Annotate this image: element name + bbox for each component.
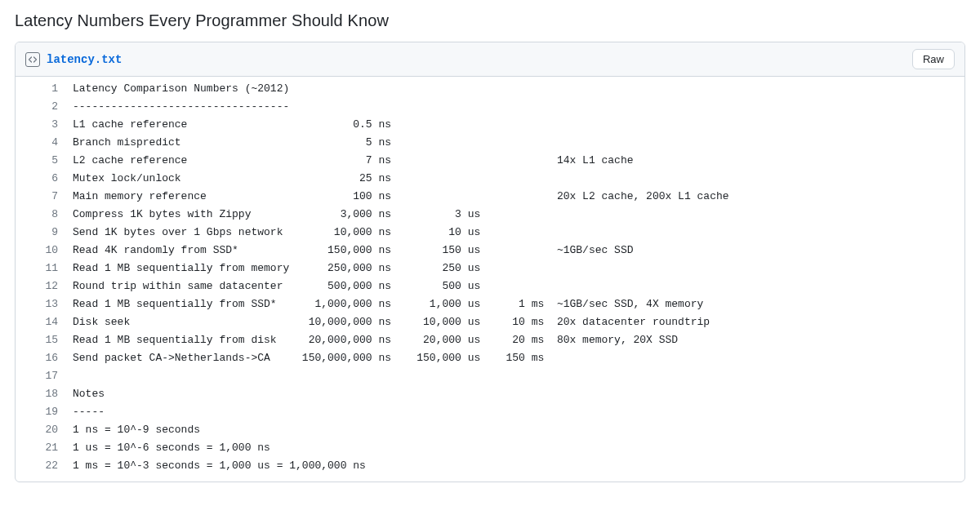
line-text: 1 us = 10^-6 seconds = 1,000 ns <box>73 439 270 457</box>
line-text: ----- <box>73 403 105 421</box>
line-text: Send 1K bytes over 1 Gbps network 10,000… <box>73 224 480 242</box>
line-text: Main memory reference 100 ns 20x L2 cach… <box>73 188 729 206</box>
code-line: 16Send packet CA->Netherlands->CA 150,00… <box>16 349 964 367</box>
raw-button[interactable]: Raw <box>912 49 955 69</box>
line-text: Read 1 MB sequentially from memory 250,0… <box>73 260 480 277</box>
line-number: 13 <box>16 295 73 313</box>
code-line: 15Read 1 MB sequentially from disk 20,00… <box>16 331 964 349</box>
line-number: 7 <box>16 188 73 206</box>
code-line: 2---------------------------------- <box>16 98 964 116</box>
code-line: 13Read 1 MB sequentially from SSD* 1,000… <box>16 295 964 313</box>
line-number: 9 <box>16 224 73 242</box>
file-header: latency.txt Raw <box>16 42 964 77</box>
line-text: Notes <box>73 385 105 403</box>
line-text: Branch mispredict 5 ns <box>73 134 391 152</box>
line-number: 20 <box>16 421 73 439</box>
code-line: 201 ns = 10^-9 seconds <box>16 421 964 439</box>
line-text: ---------------------------------- <box>73 98 289 116</box>
code-line: 5L2 cache reference 7 ns 14x L1 cache <box>16 152 964 170</box>
line-number: 2 <box>16 98 73 116</box>
code-line: 221 ms = 10^-3 seconds = 1,000 us = 1,00… <box>16 457 964 475</box>
code-line: 9Send 1K bytes over 1 Gbps network 10,00… <box>16 224 964 242</box>
line-number: 8 <box>16 206 73 224</box>
line-text: L2 cache reference 7 ns 14x L1 cache <box>73 152 634 170</box>
line-text: Disk seek 10,000,000 ns 10,000 us 10 ms … <box>73 313 710 331</box>
line-number: 21 <box>16 439 73 457</box>
line-text: L1 cache reference 0.5 ns <box>73 116 391 134</box>
line-number: 22 <box>16 457 73 475</box>
file-header-left: latency.txt <box>25 52 122 67</box>
line-number: 4 <box>16 134 73 152</box>
line-text: 1 ms = 10^-3 seconds = 1,000 us = 1,000,… <box>73 457 366 475</box>
code-line: 19----- <box>16 403 964 421</box>
line-number: 10 <box>16 242 73 260</box>
line-text: Latency Comparison Numbers (~2012) <box>73 80 289 98</box>
code-line: 6Mutex lock/unlock 25 ns <box>16 170 964 188</box>
code-line: 14Disk seek 10,000,000 ns 10,000 us 10 m… <box>16 313 964 331</box>
code-line: 12Round trip within same datacenter 500,… <box>16 277 964 295</box>
file-box: latency.txt Raw 1Latency Comparison Numb… <box>15 42 965 482</box>
line-number: 18 <box>16 385 73 403</box>
line-number: 16 <box>16 349 73 367</box>
line-number: 3 <box>16 116 73 134</box>
code-line: 211 us = 10^-6 seconds = 1,000 ns <box>16 439 964 457</box>
code-line: 7Main memory reference 100 ns 20x L2 cac… <box>16 188 964 206</box>
code-icon <box>25 52 40 67</box>
line-text: Mutex lock/unlock 25 ns <box>73 170 391 188</box>
code-line: 1Latency Comparison Numbers (~2012) <box>16 80 964 98</box>
code-line: 10Read 4K randomly from SSD* 150,000 ns … <box>16 242 964 260</box>
code-line: 11Read 1 MB sequentially from memory 250… <box>16 260 964 277</box>
code-body: 1Latency Comparison Numbers (~2012)2----… <box>16 77 964 482</box>
line-text: Read 1 MB sequentially from SSD* 1,000,0… <box>73 295 703 313</box>
line-number: 1 <box>16 80 73 98</box>
code-line: 3L1 cache reference 0.5 ns <box>16 116 964 134</box>
line-number: 5 <box>16 152 73 170</box>
line-text: Read 1 MB sequentially from disk 20,000,… <box>73 331 678 349</box>
line-number: 14 <box>16 313 73 331</box>
filename[interactable]: latency.txt <box>47 53 122 66</box>
code-line: 18Notes <box>16 385 964 403</box>
code-line: 17 <box>16 367 964 385</box>
line-number: 17 <box>16 367 73 385</box>
line-number: 19 <box>16 403 73 421</box>
line-number: 11 <box>16 260 73 277</box>
line-text: Send packet CA->Netherlands->CA 150,000,… <box>73 349 544 367</box>
line-text: Compress 1K bytes with Zippy 3,000 ns 3 … <box>73 206 480 224</box>
code-line: 4Branch mispredict 5 ns <box>16 134 964 152</box>
line-number: 12 <box>16 277 73 295</box>
line-number: 15 <box>16 331 73 349</box>
line-text: 1 ns = 10^-9 seconds <box>73 421 200 439</box>
page-title: Latency Numbers Every Programmer Should … <box>0 0 980 42</box>
line-text: Read 4K randomly from SSD* 150,000 ns 15… <box>73 242 634 260</box>
line-text: Round trip within same datacenter 500,00… <box>73 277 480 295</box>
line-number: 6 <box>16 170 73 188</box>
code-line: 8Compress 1K bytes with Zippy 3,000 ns 3… <box>16 206 964 224</box>
